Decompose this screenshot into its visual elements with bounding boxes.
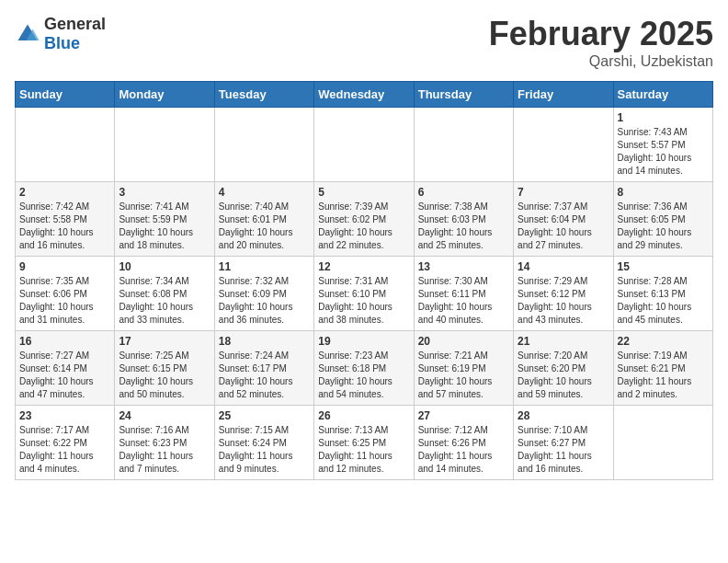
day-cell: 24Sunrise: 7:16 AM Sunset: 6:23 PM Dayli… <box>115 406 214 480</box>
day-number: 9 <box>19 260 110 273</box>
day-number: 19 <box>318 335 409 348</box>
day-number: 18 <box>219 335 310 348</box>
day-info: Sunrise: 7:41 AM Sunset: 5:59 PM Dayligh… <box>119 201 210 252</box>
day-info: Sunrise: 7:31 AM Sunset: 6:10 PM Dayligh… <box>318 275 409 327</box>
month-title: February 2025 <box>489 15 713 53</box>
day-number: 20 <box>418 335 509 348</box>
day-number: 2 <box>19 186 110 199</box>
day-cell: 4Sunrise: 7:40 AM Sunset: 6:01 PM Daylig… <box>214 182 313 257</box>
week-row-3: 9Sunrise: 7:35 AM Sunset: 6:06 PM Daylig… <box>16 257 713 331</box>
day-info: Sunrise: 7:28 AM Sunset: 6:13 PM Dayligh… <box>618 275 709 327</box>
day-info: Sunrise: 7:10 AM Sunset: 6:27 PM Dayligh… <box>518 424 609 476</box>
page-header: General Blue February 2025 Qarshi, Uzbek… <box>15 15 713 70</box>
day-info: Sunrise: 7:20 AM Sunset: 6:20 PM Dayligh… <box>518 350 609 401</box>
day-cell: 8Sunrise: 7:36 AM Sunset: 6:05 PM Daylig… <box>613 182 712 257</box>
day-cell: 14Sunrise: 7:29 AM Sunset: 6:12 PM Dayli… <box>514 257 613 331</box>
day-number: 16 <box>19 335 110 348</box>
day-info: Sunrise: 7:23 AM Sunset: 6:18 PM Dayligh… <box>318 350 409 401</box>
week-row-4: 16Sunrise: 7:27 AM Sunset: 6:14 PM Dayli… <box>16 331 713 406</box>
day-cell: 23Sunrise: 7:17 AM Sunset: 6:22 PM Dayli… <box>16 406 115 480</box>
day-cell: 6Sunrise: 7:38 AM Sunset: 6:03 PM Daylig… <box>414 182 513 257</box>
day-cell: 19Sunrise: 7:23 AM Sunset: 6:18 PM Dayli… <box>314 331 414 406</box>
day-cell: 11Sunrise: 7:32 AM Sunset: 6:09 PM Dayli… <box>214 257 313 331</box>
day-info: Sunrise: 7:29 AM Sunset: 6:12 PM Dayligh… <box>518 275 609 327</box>
day-cell: 20Sunrise: 7:21 AM Sunset: 6:19 PM Dayli… <box>414 331 513 406</box>
day-cell: 9Sunrise: 7:35 AM Sunset: 6:06 PM Daylig… <box>16 257 115 331</box>
weekday-header-friday: Friday <box>514 82 613 108</box>
day-number: 26 <box>318 409 409 422</box>
day-cell <box>613 406 712 480</box>
day-number: 8 <box>618 186 709 199</box>
weekday-header-wednesday: Wednesday <box>314 82 414 108</box>
day-info: Sunrise: 7:15 AM Sunset: 6:24 PM Dayligh… <box>219 424 310 476</box>
day-number: 5 <box>318 186 409 199</box>
day-cell <box>214 108 313 182</box>
week-row-2: 2Sunrise: 7:42 AM Sunset: 5:58 PM Daylig… <box>16 182 713 257</box>
weekday-header-monday: Monday <box>115 82 214 108</box>
day-number: 3 <box>119 186 210 199</box>
week-row-5: 23Sunrise: 7:17 AM Sunset: 6:22 PM Dayli… <box>16 406 713 480</box>
calendar: SundayMondayTuesdayWednesdayThursdayFrid… <box>15 81 713 480</box>
day-info: Sunrise: 7:12 AM Sunset: 6:26 PM Dayligh… <box>418 424 509 476</box>
day-number: 13 <box>418 260 509 273</box>
day-info: Sunrise: 7:30 AM Sunset: 6:11 PM Dayligh… <box>418 275 509 327</box>
day-number: 15 <box>618 260 709 273</box>
day-cell: 28Sunrise: 7:10 AM Sunset: 6:27 PM Dayli… <box>514 406 613 480</box>
day-number: 12 <box>318 260 409 273</box>
day-number: 22 <box>618 335 709 348</box>
day-info: Sunrise: 7:13 AM Sunset: 6:25 PM Dayligh… <box>318 424 409 476</box>
day-number: 11 <box>219 260 310 273</box>
day-cell: 18Sunrise: 7:24 AM Sunset: 6:17 PM Dayli… <box>214 331 313 406</box>
day-number: 4 <box>219 186 310 199</box>
day-number: 24 <box>119 409 210 422</box>
day-cell: 21Sunrise: 7:20 AM Sunset: 6:20 PM Dayli… <box>514 331 613 406</box>
day-cell: 10Sunrise: 7:34 AM Sunset: 6:08 PM Dayli… <box>115 257 214 331</box>
day-number: 21 <box>518 335 609 348</box>
day-number: 28 <box>518 409 609 422</box>
day-info: Sunrise: 7:32 AM Sunset: 6:09 PM Dayligh… <box>219 275 310 327</box>
day-cell: 12Sunrise: 7:31 AM Sunset: 6:10 PM Dayli… <box>314 257 414 331</box>
day-cell <box>414 108 513 182</box>
day-number: 27 <box>418 409 509 422</box>
day-info: Sunrise: 7:24 AM Sunset: 6:17 PM Dayligh… <box>219 350 310 401</box>
day-info: Sunrise: 7:42 AM Sunset: 5:58 PM Dayligh… <box>19 201 110 252</box>
day-info: Sunrise: 7:36 AM Sunset: 6:05 PM Dayligh… <box>618 201 709 252</box>
day-info: Sunrise: 7:25 AM Sunset: 6:15 PM Dayligh… <box>119 350 210 401</box>
day-cell: 7Sunrise: 7:37 AM Sunset: 6:04 PM Daylig… <box>514 182 613 257</box>
day-info: Sunrise: 7:38 AM Sunset: 6:03 PM Dayligh… <box>418 201 509 252</box>
weekday-header-row: SundayMondayTuesdayWednesdayThursdayFrid… <box>16 82 713 108</box>
day-info: Sunrise: 7:16 AM Sunset: 6:23 PM Dayligh… <box>119 424 210 476</box>
title-block: February 2025 Qarshi, Uzbekistan <box>489 15 713 70</box>
logo: General Blue <box>15 15 106 53</box>
day-cell: 25Sunrise: 7:15 AM Sunset: 6:24 PM Dayli… <box>214 406 313 480</box>
weekday-header-thursday: Thursday <box>414 82 513 108</box>
logo-text-general: General <box>44 15 106 33</box>
day-cell <box>514 108 613 182</box>
day-number: 23 <box>19 409 110 422</box>
day-info: Sunrise: 7:34 AM Sunset: 6:08 PM Dayligh… <box>119 275 210 327</box>
day-cell: 3Sunrise: 7:41 AM Sunset: 5:59 PM Daylig… <box>115 182 214 257</box>
day-cell: 13Sunrise: 7:30 AM Sunset: 6:11 PM Dayli… <box>414 257 513 331</box>
day-cell: 2Sunrise: 7:42 AM Sunset: 5:58 PM Daylig… <box>16 182 115 257</box>
day-number: 17 <box>119 335 210 348</box>
day-number: 1 <box>618 111 709 124</box>
day-info: Sunrise: 7:35 AM Sunset: 6:06 PM Dayligh… <box>19 275 110 327</box>
weekday-header-tuesday: Tuesday <box>214 82 313 108</box>
day-number: 25 <box>219 409 310 422</box>
day-number: 10 <box>119 260 210 273</box>
day-info: Sunrise: 7:19 AM Sunset: 6:21 PM Dayligh… <box>618 350 709 401</box>
location: Qarshi, Uzbekistan <box>489 53 713 70</box>
day-info: Sunrise: 7:37 AM Sunset: 6:04 PM Dayligh… <box>518 201 609 252</box>
day-info: Sunrise: 7:21 AM Sunset: 6:19 PM Dayligh… <box>418 350 509 401</box>
day-cell <box>314 108 414 182</box>
day-info: Sunrise: 7:17 AM Sunset: 6:22 PM Dayligh… <box>19 424 110 476</box>
day-cell: 1Sunrise: 7:43 AM Sunset: 5:57 PM Daylig… <box>613 108 712 182</box>
day-cell: 16Sunrise: 7:27 AM Sunset: 6:14 PM Dayli… <box>16 331 115 406</box>
day-cell: 22Sunrise: 7:19 AM Sunset: 6:21 PM Dayli… <box>613 331 712 406</box>
week-row-1: 1Sunrise: 7:43 AM Sunset: 5:57 PM Daylig… <box>16 108 713 182</box>
logo-text-blue: Blue <box>44 34 80 52</box>
day-cell: 27Sunrise: 7:12 AM Sunset: 6:26 PM Dayli… <box>414 406 513 480</box>
day-info: Sunrise: 7:39 AM Sunset: 6:02 PM Dayligh… <box>318 201 409 252</box>
day-number: 7 <box>518 186 609 199</box>
day-info: Sunrise: 7:40 AM Sunset: 6:01 PM Dayligh… <box>219 201 310 252</box>
